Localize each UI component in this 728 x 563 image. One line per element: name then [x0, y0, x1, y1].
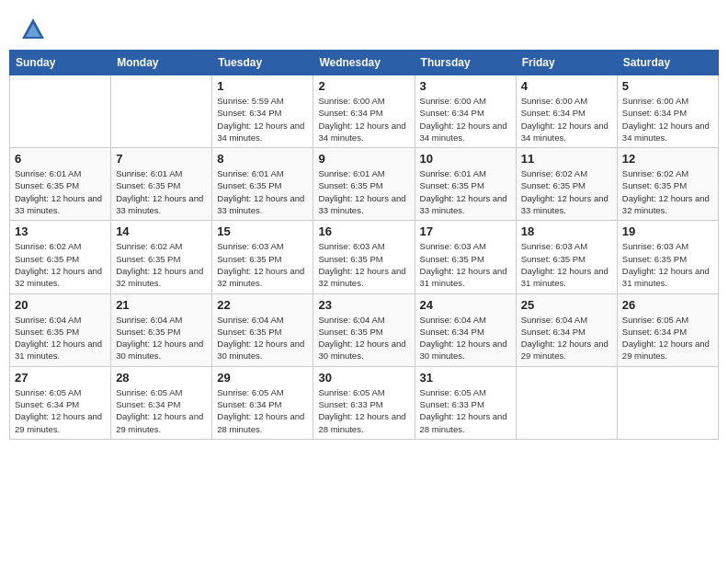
calendar-cell: 6Sunrise: 6:01 AM Sunset: 6:35 PM Daylig…	[10, 148, 111, 221]
weekday-header-friday: Friday	[516, 51, 617, 75]
week-row-3: 13Sunrise: 6:02 AM Sunset: 6:35 PM Dayli…	[10, 221, 719, 293]
calendar-cell: 11Sunrise: 6:02 AM Sunset: 6:35 PM Dayli…	[516, 148, 617, 221]
day-number: 22	[217, 298, 308, 312]
day-number: 18	[521, 224, 612, 238]
day-number: 10	[420, 152, 511, 166]
day-detail: Sunrise: 6:02 AM Sunset: 6:35 PM Dayligh…	[521, 167, 612, 216]
day-number: 19	[622, 224, 713, 238]
calendar-cell: 26Sunrise: 6:05 AM Sunset: 6:34 PM Dayli…	[617, 293, 718, 366]
calendar-cell: 8Sunrise: 6:01 AM Sunset: 6:35 PM Daylig…	[212, 148, 313, 221]
day-number: 5	[622, 79, 713, 93]
day-detail: Sunrise: 5:59 AM Sunset: 6:34 PM Dayligh…	[217, 95, 308, 144]
day-number: 12	[622, 152, 713, 166]
page-header	[9, 9, 719, 46]
calendar-cell: 27Sunrise: 6:05 AM Sunset: 6:34 PM Dayli…	[10, 366, 111, 439]
calendar-cell: 16Sunrise: 6:03 AM Sunset: 6:35 PM Dayli…	[313, 221, 415, 293]
calendar-cell: 9Sunrise: 6:01 AM Sunset: 6:35 PM Daylig…	[313, 148, 415, 221]
day-detail: Sunrise: 6:01 AM Sunset: 6:35 PM Dayligh…	[15, 167, 106, 216]
logo-icon	[20, 17, 46, 42]
calendar-cell	[10, 75, 111, 148]
calendar-cell: 12Sunrise: 6:02 AM Sunset: 6:35 PM Dayli…	[617, 148, 718, 221]
calendar-cell: 23Sunrise: 6:04 AM Sunset: 6:35 PM Dayli…	[313, 293, 415, 366]
day-number: 31	[420, 371, 511, 385]
calendar-cell: 7Sunrise: 6:01 AM Sunset: 6:35 PM Daylig…	[111, 148, 212, 221]
day-detail: Sunrise: 6:04 AM Sunset: 6:35 PM Dayligh…	[318, 314, 409, 362]
day-detail: Sunrise: 6:04 AM Sunset: 6:35 PM Dayligh…	[15, 314, 106, 362]
week-row-5: 27Sunrise: 6:05 AM Sunset: 6:34 PM Dayli…	[10, 366, 719, 439]
weekday-header-row: SundayMondayTuesdayWednesdayThursdayFrid…	[10, 51, 719, 75]
day-detail: Sunrise: 6:04 AM Sunset: 6:35 PM Dayligh…	[217, 314, 308, 362]
logo	[20, 17, 50, 42]
calendar-table: SundayMondayTuesdayWednesdayThursdayFrid…	[9, 50, 719, 440]
day-detail: Sunrise: 6:00 AM Sunset: 6:34 PM Dayligh…	[622, 95, 713, 144]
day-number: 21	[116, 298, 207, 312]
day-number: 2	[318, 79, 409, 93]
day-number: 20	[15, 298, 106, 312]
calendar-cell: 4Sunrise: 6:00 AM Sunset: 6:34 PM Daylig…	[516, 75, 617, 148]
day-number: 29	[217, 371, 308, 385]
day-detail: Sunrise: 6:01 AM Sunset: 6:35 PM Dayligh…	[217, 167, 308, 216]
calendar-cell: 24Sunrise: 6:04 AM Sunset: 6:34 PM Dayli…	[415, 293, 516, 366]
day-detail: Sunrise: 6:02 AM Sunset: 6:35 PM Dayligh…	[15, 240, 106, 289]
calendar-cell: 19Sunrise: 6:03 AM Sunset: 6:35 PM Dayli…	[617, 221, 718, 293]
weekday-header-monday: Monday	[111, 51, 212, 75]
week-row-2: 6Sunrise: 6:01 AM Sunset: 6:35 PM Daylig…	[10, 148, 719, 221]
day-number: 28	[116, 371, 207, 385]
weekday-header-saturday: Saturday	[617, 51, 718, 75]
day-detail: Sunrise: 6:01 AM Sunset: 6:35 PM Dayligh…	[318, 167, 409, 216]
calendar-cell: 21Sunrise: 6:04 AM Sunset: 6:35 PM Dayli…	[111, 293, 212, 366]
day-number: 1	[217, 79, 308, 93]
weekday-header-sunday: Sunday	[10, 51, 111, 75]
week-row-4: 20Sunrise: 6:04 AM Sunset: 6:35 PM Dayli…	[10, 293, 719, 366]
day-detail: Sunrise: 6:03 AM Sunset: 6:35 PM Dayligh…	[318, 240, 409, 289]
day-number: 23	[318, 298, 409, 312]
calendar-cell	[516, 366, 617, 439]
calendar-cell: 15Sunrise: 6:03 AM Sunset: 6:35 PM Dayli…	[212, 221, 313, 293]
weekday-header-tuesday: Tuesday	[212, 51, 313, 75]
day-detail: Sunrise: 6:02 AM Sunset: 6:35 PM Dayligh…	[116, 240, 207, 289]
calendar-cell: 1Sunrise: 5:59 AM Sunset: 6:34 PM Daylig…	[212, 75, 313, 148]
calendar-cell: 28Sunrise: 6:05 AM Sunset: 6:34 PM Dayli…	[111, 366, 212, 439]
calendar-cell: 31Sunrise: 6:05 AM Sunset: 6:33 PM Dayli…	[415, 366, 516, 439]
day-detail: Sunrise: 6:05 AM Sunset: 6:33 PM Dayligh…	[318, 386, 409, 435]
day-detail: Sunrise: 6:05 AM Sunset: 6:34 PM Dayligh…	[15, 386, 106, 435]
day-number: 6	[15, 152, 106, 166]
calendar-cell: 20Sunrise: 6:04 AM Sunset: 6:35 PM Dayli…	[10, 293, 111, 366]
calendar-cell: 25Sunrise: 6:04 AM Sunset: 6:34 PM Dayli…	[516, 293, 617, 366]
day-number: 27	[15, 371, 106, 385]
day-number: 17	[420, 224, 511, 238]
day-detail: Sunrise: 6:03 AM Sunset: 6:35 PM Dayligh…	[521, 240, 612, 289]
day-number: 30	[318, 371, 409, 385]
calendar-cell: 3Sunrise: 6:00 AM Sunset: 6:34 PM Daylig…	[415, 75, 516, 148]
day-detail: Sunrise: 6:00 AM Sunset: 6:34 PM Dayligh…	[318, 95, 409, 144]
day-number: 14	[116, 224, 207, 238]
calendar-cell: 10Sunrise: 6:01 AM Sunset: 6:35 PM Dayli…	[415, 148, 516, 221]
day-number: 24	[420, 298, 511, 312]
day-detail: Sunrise: 6:01 AM Sunset: 6:35 PM Dayligh…	[420, 167, 511, 216]
day-number: 11	[521, 152, 612, 166]
day-detail: Sunrise: 6:05 AM Sunset: 6:33 PM Dayligh…	[420, 386, 511, 435]
weekday-header-thursday: Thursday	[415, 51, 516, 75]
day-detail: Sunrise: 6:01 AM Sunset: 6:35 PM Dayligh…	[116, 167, 207, 216]
day-detail: Sunrise: 6:00 AM Sunset: 6:34 PM Dayligh…	[521, 95, 612, 144]
day-detail: Sunrise: 6:03 AM Sunset: 6:35 PM Dayligh…	[420, 240, 511, 289]
calendar-cell: 29Sunrise: 6:05 AM Sunset: 6:34 PM Dayli…	[212, 366, 313, 439]
week-row-1: 1Sunrise: 5:59 AM Sunset: 6:34 PM Daylig…	[10, 75, 719, 148]
day-number: 3	[420, 79, 511, 93]
day-number: 16	[318, 224, 409, 238]
calendar-cell: 18Sunrise: 6:03 AM Sunset: 6:35 PM Dayli…	[516, 221, 617, 293]
weekday-header-wednesday: Wednesday	[313, 51, 415, 75]
calendar-cell	[617, 366, 718, 439]
day-detail: Sunrise: 6:04 AM Sunset: 6:34 PM Dayligh…	[420, 314, 511, 362]
day-number: 13	[15, 224, 106, 238]
day-detail: Sunrise: 6:05 AM Sunset: 6:34 PM Dayligh…	[217, 386, 308, 435]
day-number: 26	[622, 298, 713, 312]
day-detail: Sunrise: 6:03 AM Sunset: 6:35 PM Dayligh…	[217, 240, 308, 289]
day-number: 8	[217, 152, 308, 166]
day-number: 7	[116, 152, 207, 166]
calendar-cell: 14Sunrise: 6:02 AM Sunset: 6:35 PM Dayli…	[111, 221, 212, 293]
day-detail: Sunrise: 6:04 AM Sunset: 6:34 PM Dayligh…	[521, 314, 612, 362]
calendar-cell: 2Sunrise: 6:00 AM Sunset: 6:34 PM Daylig…	[313, 75, 415, 148]
day-number: 25	[521, 298, 612, 312]
day-detail: Sunrise: 6:02 AM Sunset: 6:35 PM Dayligh…	[622, 167, 713, 216]
